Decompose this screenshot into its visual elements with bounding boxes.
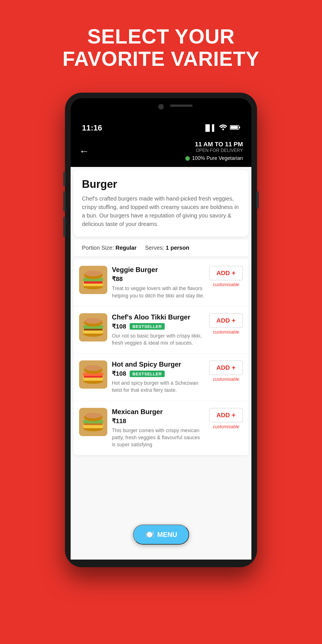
item-image: [79, 360, 107, 389]
restaurant-card: Burger Chef's crafted burgers made with …: [73, 170, 249, 237]
customisable-label: customisable: [213, 330, 239, 335]
add-button[interactable]: ADD +: [209, 313, 243, 328]
item-name: Veggie Burger: [112, 266, 204, 274]
plus-icon: +: [232, 411, 236, 419]
item-price: ₹108: [112, 323, 126, 330]
menu-icon: 🍽️: [145, 530, 154, 539]
delivery-info: 11 AM TO 11 PM OPEN FOR DELIVERY 100% Pu…: [185, 141, 243, 161]
phone-frame: 11:16 ▐▌▌ ←: [65, 93, 257, 567]
bestseller-badge: BESTSELLER: [130, 371, 165, 377]
price-row: ₹118: [112, 417, 204, 425]
portion-bar: Portion Size: Regular Serves: 1 person: [73, 240, 249, 256]
item-name: Chef's Aloo Tikki Burger: [112, 313, 204, 321]
item-desc: Treat to veggie lovers with all the flav…: [112, 285, 204, 299]
svg-point-9: [85, 271, 102, 276]
veg-badge: 100% Pure Vegetarian: [185, 155, 243, 161]
bestseller-badge: BESTSELLER: [130, 323, 165, 330]
wifi-icon: [219, 124, 227, 132]
customisable-label: customisable: [213, 424, 239, 429]
add-btn-col: ADD + customisable: [209, 360, 243, 382]
item-details: Veggie Burger ₹88 Treat to veggie lovers…: [112, 266, 204, 299]
svg-rect-6: [84, 281, 103, 284]
customisable-label: customisable: [213, 282, 239, 287]
item-name: Hot and Spicy Burger: [112, 360, 204, 368]
menu-item: Veggie Burger ₹88 Treat to veggie lovers…: [73, 259, 249, 306]
portion-size-label: Portion Size: Regular: [82, 245, 136, 251]
svg-rect-3: [239, 127, 240, 128]
add-btn-col: ADD + customisable: [209, 408, 243, 429]
item-price: ₹88: [112, 275, 123, 283]
svg-rect-18: [84, 376, 103, 378]
app-screen: ← 11 AM TO 11 PM OPEN FOR DELIVERY 100% …: [71, 135, 251, 562]
app-header: ← 11 AM TO 11 PM OPEN FOR DELIVERY 100% …: [71, 135, 251, 167]
plus-icon: +: [232, 317, 236, 325]
price-row: ₹108 BESTSELLER: [112, 323, 204, 330]
restaurant-desc: Chef's crafted burgers made with hand-pi…: [82, 194, 240, 228]
menu-item: Chef's Aloo Tikki Burger ₹108 BESTSELLER…: [73, 306, 249, 354]
menu-float-button[interactable]: 🍽️ MENU: [133, 525, 189, 545]
plus-icon: +: [232, 364, 236, 372]
plus-icon: +: [232, 269, 236, 277]
item-image: [79, 266, 107, 294]
price-row: ₹108 BESTSELLER: [112, 370, 204, 377]
item-desc: Our not so basic burger with crispy tikk…: [112, 332, 204, 347]
add-button[interactable]: ADD +: [209, 408, 243, 423]
back-button[interactable]: ←: [79, 145, 89, 157]
item-details: Mexican Burger ₹118 This burger comes wi…: [112, 408, 204, 449]
item-desc: This burger comes with crispy mexican pa…: [112, 427, 204, 449]
status-bar: 11:16 ▐▌▌: [71, 121, 251, 135]
menu-item: Mexican Burger ₹118 This burger comes wi…: [73, 401, 249, 456]
menu-items-list: Veggie Burger ₹88 Treat to veggie lovers…: [73, 259, 249, 455]
menu-button-label: MENU: [157, 531, 177, 539]
add-btn-col: ADD + customisable: [209, 266, 243, 287]
veg-label: 100% Pure Vegetarian: [192, 155, 243, 161]
veg-dot: [185, 156, 190, 161]
menu-item: Hot and Spicy Burger ₹108 BESTSELLER Hot…: [73, 354, 249, 401]
add-label: ADD: [216, 317, 230, 324]
serves-info: Serves: 1 person: [145, 245, 189, 251]
customisable-label: customisable: [213, 377, 239, 382]
item-details: Chef's Aloo Tikki Burger ₹108 BESTSELLER…: [112, 313, 204, 347]
phone-camera: [158, 104, 164, 110]
item-desc: Hot and spicy burger with a Schezwan twi…: [112, 380, 204, 394]
item-image: [79, 408, 107, 436]
status-icons: ▐▌▌: [203, 124, 240, 132]
add-label: ADD: [216, 269, 230, 277]
status-time: 11:16: [82, 123, 102, 132]
item-image: [79, 313, 107, 341]
add-label: ADD: [216, 412, 230, 419]
restaurant-name: Burger: [82, 178, 240, 190]
phone-speaker: [170, 105, 193, 107]
svg-rect-12: [84, 329, 103, 330]
svg-point-21: [85, 365, 102, 371]
signal-icon: ▐▌▌: [203, 124, 216, 132]
price-row: ₹88: [112, 275, 204, 283]
svg-rect-24: [84, 423, 103, 425]
item-price: ₹118: [112, 417, 126, 425]
page-title: SELECT YOUR FAVORITE VARIETY: [62, 25, 259, 70]
phone-notch: [71, 98, 251, 121]
add-button[interactable]: ADD +: [209, 360, 243, 375]
svg-rect-2: [230, 126, 238, 129]
add-btn-col: ADD + customisable: [209, 313, 243, 335]
open-status: OPEN FOR DELIVERY: [185, 148, 243, 153]
svg-point-15: [85, 318, 102, 324]
item-details: Hot and Spicy Burger ₹108 BESTSELLER Hot…: [112, 360, 204, 394]
item-price: ₹108: [112, 370, 126, 377]
content-area: Burger Chef's crafted burgers made with …: [71, 167, 251, 560]
add-label: ADD: [216, 364, 230, 371]
item-name: Mexican Burger: [112, 408, 204, 416]
svg-point-0: [222, 129, 224, 130]
battery-icon: [230, 124, 240, 132]
svg-point-27: [85, 413, 102, 418]
delivery-time: 11 AM TO 11 PM: [185, 141, 243, 148]
add-button[interactable]: ADD +: [209, 266, 243, 280]
